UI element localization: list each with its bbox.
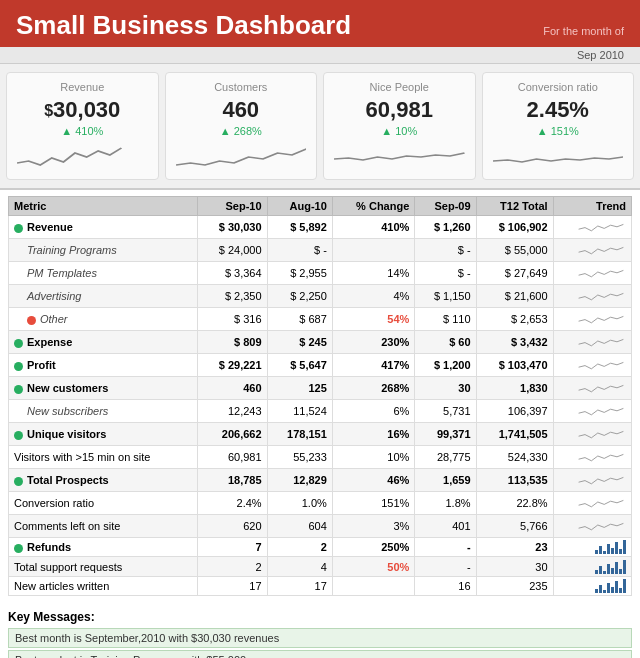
kpi-card-nice_people: Nice People 60,981 ▲ 10% bbox=[323, 72, 476, 180]
cell-sep09-1: $ - bbox=[415, 239, 476, 262]
trend-cell-15 bbox=[553, 557, 631, 576]
cell-sep10-2: $ 3,364 bbox=[198, 262, 267, 285]
table-row: New customers460125268%301,830 bbox=[9, 377, 632, 400]
kpi-row: Revenue $ 30,030 ▲ 410% Customers 460 ▲ … bbox=[0, 64, 640, 190]
cell-sep09-0: $ 1,260 bbox=[415, 216, 476, 239]
metric-label-9: Unique visitors bbox=[9, 423, 198, 446]
cell-pct-12: 151% bbox=[332, 492, 414, 515]
cell-t12-8: 106,397 bbox=[476, 400, 553, 423]
kpi-card-customers: Customers 460 ▲ 268% bbox=[165, 72, 318, 180]
kpi-value-customers: 460 bbox=[176, 97, 307, 123]
kpi-sparkline-revenue bbox=[17, 143, 148, 171]
cell-t12-15: 30 bbox=[476, 557, 553, 576]
page-title: Small Business Dashboard bbox=[16, 10, 351, 41]
metric-label-13: Comments left on site bbox=[9, 515, 198, 538]
metrics-section: MetricSep-10Aug-10% ChangeSep-09T12 Tota… bbox=[0, 190, 640, 601]
key-message-0: Best month is September,2010 with $30,03… bbox=[8, 628, 632, 648]
cell-sep09-4: $ 110 bbox=[415, 308, 476, 331]
metric-label-2: PM Templates bbox=[9, 262, 198, 285]
kpi-sparkline-customers bbox=[176, 143, 307, 171]
cell-aug10-9: 178,151 bbox=[267, 423, 332, 446]
metric-label-7: New customers bbox=[9, 377, 198, 400]
cell-t12-7: 1,830 bbox=[476, 377, 553, 400]
dot-green-icon bbox=[14, 362, 23, 371]
trend-cell-2 bbox=[553, 262, 631, 285]
cell-sep09-15: - bbox=[415, 557, 476, 576]
cell-pct-10: 10% bbox=[332, 446, 414, 469]
trend-cell-6 bbox=[553, 354, 631, 377]
cell-sep10-4: $ 316 bbox=[198, 308, 267, 331]
cell-sep09-16: 16 bbox=[415, 576, 476, 595]
col-header-t12-total: T12 Total bbox=[476, 197, 553, 216]
kpi-label-revenue: Revenue bbox=[17, 81, 148, 93]
cell-t12-1: $ 55,000 bbox=[476, 239, 553, 262]
trend-cell-1 bbox=[553, 239, 631, 262]
cell-aug10-0: $ 5,892 bbox=[267, 216, 332, 239]
cell-t12-4: $ 2,653 bbox=[476, 308, 553, 331]
cell-pct-0: 410% bbox=[332, 216, 414, 239]
cell-sep10-9: 206,662 bbox=[198, 423, 267, 446]
trend-cell-0 bbox=[553, 216, 631, 239]
cell-pct-2: 14% bbox=[332, 262, 414, 285]
metric-label-16: New articles written bbox=[9, 576, 198, 595]
trend-cell-8 bbox=[553, 400, 631, 423]
trend-cell-4 bbox=[553, 308, 631, 331]
table-row: Profit$ 29,221$ 5,647417%$ 1,200$ 103,47… bbox=[9, 354, 632, 377]
cell-t12-5: $ 3,432 bbox=[476, 331, 553, 354]
dot-green-icon bbox=[14, 385, 23, 394]
cell-t12-6: $ 103,470 bbox=[476, 354, 553, 377]
kpi-card-revenue: Revenue $ 30,030 ▲ 410% bbox=[6, 72, 159, 180]
header: Small Business Dashboard For the month o… bbox=[0, 0, 640, 47]
table-row: Unique visitors206,662178,15116%99,3711,… bbox=[9, 423, 632, 446]
cell-pct-11: 46% bbox=[332, 469, 414, 492]
dot-red-icon bbox=[27, 316, 36, 325]
cell-sep10-12: 2.4% bbox=[198, 492, 267, 515]
kpi-sparkline-nice_people bbox=[334, 143, 465, 171]
metric-label-3: Advertising bbox=[9, 285, 198, 308]
cell-aug10-12: 1.0% bbox=[267, 492, 332, 515]
trend-cell-10 bbox=[553, 446, 631, 469]
cell-aug10-7: 125 bbox=[267, 377, 332, 400]
cell-sep10-7: 460 bbox=[198, 377, 267, 400]
table-row: Advertising$ 2,350$ 2,2504%$ 1,150$ 21,6… bbox=[9, 285, 632, 308]
cell-sep09-14: - bbox=[415, 538, 476, 557]
cell-aug10-13: 604 bbox=[267, 515, 332, 538]
cell-pct-15: 50% bbox=[332, 557, 414, 576]
col-header-aug-10: Aug-10 bbox=[267, 197, 332, 216]
cell-sep10-5: $ 809 bbox=[198, 331, 267, 354]
cell-pct-9: 16% bbox=[332, 423, 414, 446]
cell-pct-8: 6% bbox=[332, 400, 414, 423]
metric-label-11: Total Prospects bbox=[9, 469, 198, 492]
cell-t12-16: 235 bbox=[476, 576, 553, 595]
cell-aug10-6: $ 5,647 bbox=[267, 354, 332, 377]
cell-sep10-13: 620 bbox=[198, 515, 267, 538]
cell-aug10-4: $ 687 bbox=[267, 308, 332, 331]
table-row: Revenue$ 30,030$ 5,892410%$ 1,260$ 106,9… bbox=[9, 216, 632, 239]
cell-sep09-10: 28,775 bbox=[415, 446, 476, 469]
table-row: Visitors with >15 min on site60,98155,23… bbox=[9, 446, 632, 469]
metric-label-15: Total support requests bbox=[9, 557, 198, 576]
cell-pct-7: 268% bbox=[332, 377, 414, 400]
dot-green-icon bbox=[14, 339, 23, 348]
kpi-card-conversion: Conversion ratio 2.45% ▲ 151% bbox=[482, 72, 635, 180]
cell-sep09-9: 99,371 bbox=[415, 423, 476, 446]
metric-label-10: Visitors with >15 min on site bbox=[9, 446, 198, 469]
key-message-1: Best product is Training Programs with $… bbox=[8, 650, 632, 658]
kpi-value-nice_people: 60,981 bbox=[334, 97, 465, 123]
kpi-change-revenue: ▲ 410% bbox=[17, 125, 148, 137]
cell-sep09-11: 1,659 bbox=[415, 469, 476, 492]
metric-label-5: Expense bbox=[9, 331, 198, 354]
table-row: Training Programs$ 24,000$ -$ -$ 55,000 bbox=[9, 239, 632, 262]
dot-green-icon bbox=[14, 544, 23, 553]
col-header-sep-10: Sep-10 bbox=[198, 197, 267, 216]
cell-t12-11: 113,535 bbox=[476, 469, 553, 492]
cell-aug10-8: 11,524 bbox=[267, 400, 332, 423]
date-bar: Sep 2010 bbox=[0, 47, 640, 64]
kpi-change-nice_people: ▲ 10% bbox=[334, 125, 465, 137]
cell-aug10-5: $ 245 bbox=[267, 331, 332, 354]
cell-sep09-12: 1.8% bbox=[415, 492, 476, 515]
metric-label-4: Other bbox=[9, 308, 198, 331]
metric-label-0: Revenue bbox=[9, 216, 198, 239]
cell-sep09-5: $ 60 bbox=[415, 331, 476, 354]
trend-cell-9 bbox=[553, 423, 631, 446]
